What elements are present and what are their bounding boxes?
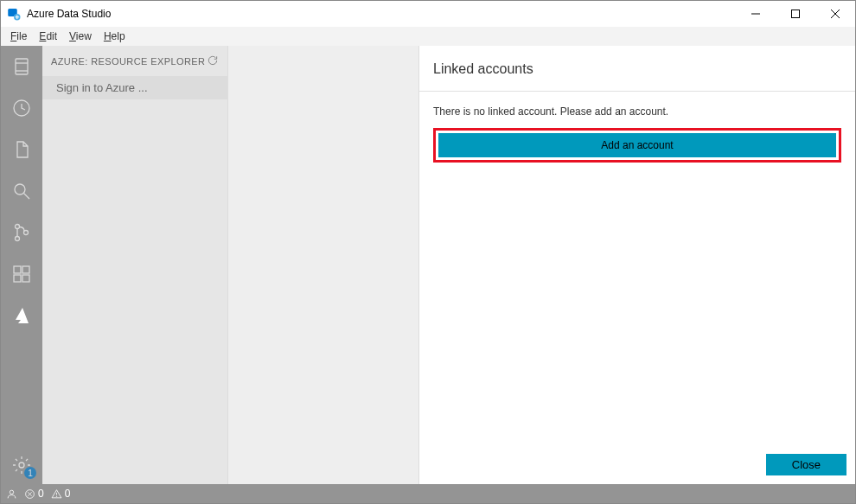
search-icon[interactable] bbox=[10, 179, 34, 203]
window-titlebar: Azure Data Studio bbox=[1, 1, 855, 27]
menu-edit[interactable]: Edit bbox=[33, 29, 63, 44]
sign-in-azure[interactable]: Sign in to Azure ... bbox=[42, 76, 227, 99]
minimize-button[interactable] bbox=[736, 1, 776, 27]
svg-rect-6 bbox=[16, 59, 28, 74]
status-errors[interactable]: 0 bbox=[24, 488, 44, 500]
source-control-icon[interactable] bbox=[10, 220, 34, 245]
menu-file[interactable]: File bbox=[4, 29, 33, 44]
task-history-icon[interactable] bbox=[10, 96, 34, 120]
close-pane-button[interactable]: Close bbox=[766, 454, 846, 475]
svg-rect-16 bbox=[22, 266, 29, 273]
sidebar-header: AZURE: RESOURCE EXPLORER bbox=[42, 46, 227, 76]
settings-badge: 1 bbox=[24, 467, 36, 479]
extensions-icon[interactable] bbox=[10, 262, 34, 286]
statusbar: 0 0 bbox=[1, 484, 855, 503]
svg-rect-17 bbox=[14, 275, 21, 282]
status-warnings[interactable]: 0 bbox=[51, 488, 71, 500]
menubar: File Edit View Help bbox=[1, 27, 855, 46]
status-accounts-icon[interactable] bbox=[6, 488, 17, 500]
status-errors-count: 0 bbox=[38, 488, 44, 500]
svg-rect-3 bbox=[792, 10, 800, 18]
window-title: Azure Data Studio bbox=[27, 8, 111, 20]
menu-help[interactable]: Help bbox=[98, 29, 131, 44]
activitybar: 1 bbox=[1, 46, 42, 484]
sidebar-title: AZURE: RESOURCE EXPLORER bbox=[51, 56, 205, 67]
svg-point-12 bbox=[16, 225, 20, 229]
no-linked-account-message: There is no linked account. Please add a… bbox=[433, 105, 841, 118]
linked-accounts-pane: Linked accounts There is no linked accou… bbox=[418, 46, 855, 484]
maximize-button[interactable] bbox=[776, 1, 815, 27]
explorer-icon[interactable] bbox=[10, 137, 34, 162]
svg-rect-18 bbox=[22, 275, 29, 282]
close-button[interactable] bbox=[815, 1, 855, 27]
add-account-button[interactable]: Add an account bbox=[438, 133, 836, 157]
svg-point-19 bbox=[19, 463, 24, 468]
svg-point-20 bbox=[10, 490, 13, 494]
linked-accounts-title: Linked accounts bbox=[419, 46, 855, 92]
menu-view[interactable]: View bbox=[63, 29, 98, 44]
editor-area: Linked accounts There is no linked accou… bbox=[228, 46, 855, 484]
refresh-icon[interactable] bbox=[207, 54, 219, 68]
azure-icon[interactable] bbox=[10, 303, 34, 328]
app-icon bbox=[6, 6, 22, 22]
svg-point-25 bbox=[56, 495, 57, 496]
settings-icon[interactable]: 1 bbox=[10, 453, 34, 477]
servers-icon[interactable] bbox=[10, 54, 34, 79]
svg-line-11 bbox=[24, 194, 30, 200]
svg-point-13 bbox=[16, 237, 20, 241]
sign-in-label: Sign in to Azure ... bbox=[56, 81, 148, 94]
svg-point-14 bbox=[24, 231, 29, 235]
svg-point-10 bbox=[15, 184, 25, 195]
add-account-highlight: Add an account bbox=[433, 128, 841, 163]
svg-rect-15 bbox=[14, 266, 21, 273]
status-warnings-count: 0 bbox=[65, 488, 71, 500]
sidebar-azure-explorer: AZURE: RESOURCE EXPLORER Sign in to Azur… bbox=[42, 46, 228, 484]
